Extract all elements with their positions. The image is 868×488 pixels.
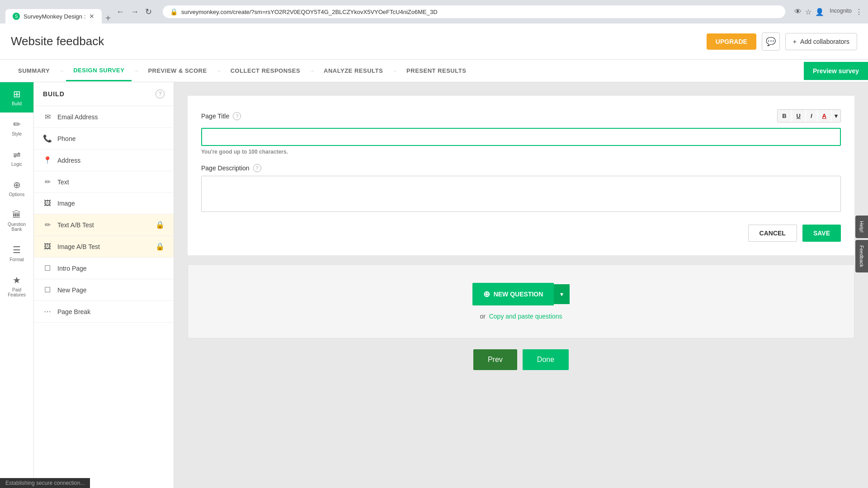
tab-title: SurveyMonkey Design : (24, 13, 85, 20)
preview-survey-button[interactable]: Preview survey (804, 62, 868, 80)
status-bar: Establishing secure connection... (0, 478, 90, 488)
build-item-email[interactable]: ✉ Email Address (34, 106, 174, 128)
tab-favicon: S (13, 13, 20, 20)
upgrade-button[interactable]: UPGRADE (707, 33, 756, 50)
nav-arrow-1: → (59, 68, 64, 74)
build-panel: BUILD ? ✉ Email Address 📞 Phone 📍 Addres… (34, 82, 174, 488)
forward-button[interactable]: → (129, 5, 141, 19)
formatting-toolbar: B U I A ▾ (777, 109, 841, 122)
address-bar[interactable]: 🔒 surveymonkey.com/create/?sm=rsYO2R2V0E… (163, 5, 785, 18)
add-collaborators-button[interactable]: + Add collaborators (785, 33, 857, 50)
prev-button[interactable]: Prev (473, 349, 517, 370)
build-item-text[interactable]: ✏ Text (34, 171, 174, 193)
text-icon: ✏ (43, 178, 52, 186)
incognito-label: Incognito (830, 8, 852, 16)
new-tab-button[interactable]: + (105, 13, 111, 23)
sidebar-item-style[interactable]: ✏ Style (0, 113, 33, 143)
tab-close-button[interactable]: ✕ (89, 13, 94, 20)
build-header: BUILD ? (34, 82, 174, 106)
page-title-help-icon[interactable]: ? (233, 112, 241, 120)
build-title: BUILD (43, 90, 65, 98)
build-item-intro-page[interactable]: ☐ Intro Page (34, 258, 174, 279)
status-text: Establishing secure connection... (5, 480, 85, 486)
image-ab-icon: 🖼 (43, 243, 52, 251)
build-item-image[interactable]: 🖼 Image (34, 193, 174, 214)
new-question-button[interactable]: ⊕ NEW QUESTION (472, 283, 554, 305)
page-break-icon: ⋯ (43, 307, 52, 316)
nav-arrow-3: → (216, 68, 222, 74)
sidebar-item-logic[interactable]: ⇌ Logic (0, 143, 33, 173)
page-desc-help-icon[interactable]: ? (253, 164, 261, 172)
char-limit-hint: You're good up to 100 characters. (201, 149, 841, 155)
build-item-text-ab[interactable]: ✏ Text A/B Test 🔒 (34, 214, 174, 236)
nav-arrow-4: → (309, 68, 315, 74)
phone-icon: 📞 (43, 134, 52, 143)
tab-analyze-results[interactable]: ANALYZE RESULTS (316, 61, 390, 80)
sidebar-item-format[interactable]: ☰ Format (0, 238, 33, 268)
tab-summary[interactable]: SUMMARY (11, 61, 57, 80)
sidebar-item-question-bank[interactable]: 🏛 Question Bank (0, 203, 33, 238)
sidebar: ⊞ Build ✏ Style ⇌ Logic ⊕ Options 🏛 Ques… (0, 82, 34, 488)
page-desc-label: Page Description (201, 164, 250, 172)
help-tab[interactable]: Help! (855, 216, 868, 238)
email-icon: ✉ (43, 113, 52, 121)
cancel-button[interactable]: CANCEL (748, 225, 797, 242)
build-item-page-break[interactable]: ⋯ Page Break (34, 301, 174, 323)
image-icon: 🖼 (43, 199, 52, 207)
page-title-input[interactable] (201, 128, 841, 146)
back-button[interactable]: ← (114, 5, 126, 19)
sidebar-item-paid-features[interactable]: ★ Paid Features (0, 268, 33, 304)
options-icon: ⊕ (13, 179, 21, 190)
done-button[interactable]: Done (523, 349, 569, 370)
logic-icon: ⇌ (13, 149, 21, 160)
build-item-phone[interactable]: 📞 Phone (34, 128, 174, 150)
browser-actions: 👁 ☆ 👤 Incognito ⋮ (794, 8, 863, 16)
extensions-button[interactable]: 👁 (794, 8, 802, 16)
page-title-header: Page Title ? B U I A ▾ (201, 109, 841, 122)
build-item-image-ab[interactable]: 🖼 Image A/B Test 🔒 (34, 236, 174, 258)
text-ab-icon: ✏ (43, 221, 52, 229)
tab-collect-responses[interactable]: COLLECT RESPONSES (223, 61, 307, 80)
copy-paste-section: or Copy and paste questions (202, 313, 840, 320)
color-dropdown-button[interactable]: ▾ (832, 110, 840, 122)
nav-tabs: SUMMARY → DESIGN SURVEY → PREVIEW & SCOR… (0, 60, 868, 82)
question-bank-icon: 🏛 (12, 210, 21, 220)
tab-preview-score[interactable]: PREVIEW & SCORE (141, 61, 214, 80)
comments-button[interactable]: 💬 (762, 33, 780, 51)
new-question-area: ⊕ NEW QUESTION ▾ or Copy and paste quest… (188, 264, 854, 338)
browser-tab-active[interactable]: S SurveyMonkey Design : ✕ (5, 9, 102, 23)
browser-tabs: S SurveyMonkey Design : ✕ + (5, 0, 111, 23)
copy-paste-link[interactable]: Copy and paste questions (489, 313, 562, 320)
lock-icon: 🔒 (170, 8, 178, 15)
bookmark-button[interactable]: ☆ (805, 8, 811, 16)
page-editor-actions: CANCEL SAVE (201, 225, 841, 242)
build-help-icon[interactable]: ? (156, 89, 165, 99)
style-icon: ✏ (13, 119, 21, 130)
url-text: surveymonkey.com/create/?sm=rsYO2R2V0EQO… (181, 9, 778, 15)
sidebar-item-build[interactable]: ⊞ Build (0, 82, 33, 113)
new-question-dropdown-button[interactable]: ▾ (554, 284, 570, 304)
bold-button[interactable]: B (778, 110, 791, 122)
feedback-tab[interactable]: Feedback (855, 240, 868, 272)
menu-button[interactable]: ⋮ (855, 8, 863, 16)
refresh-button[interactable]: ↻ (143, 5, 154, 19)
sidebar-item-options[interactable]: ⊕ Options (0, 173, 33, 203)
page-editor-card: Page Title ? B U I A ▾ You're good up to… (188, 96, 854, 255)
italic-button[interactable]: I (806, 110, 817, 122)
color-button[interactable]: A (818, 110, 831, 122)
tab-present-results[interactable]: PRESENT RESULTS (399, 61, 473, 80)
page-description-section: Page Description ? (201, 164, 841, 214)
build-item-address[interactable]: 📍 Address (34, 150, 174, 171)
build-icon: ⊞ (13, 89, 21, 99)
new-question-btn-group: ⊕ NEW QUESTION ▾ (472, 283, 570, 305)
content-area: Page Title ? B U I A ▾ You're good up to… (174, 82, 868, 488)
build-item-new-page[interactable]: ☐ New Page (34, 279, 174, 301)
underline-button[interactable]: U (792, 110, 805, 122)
save-button[interactable]: SAVE (802, 225, 841, 242)
tab-design-survey[interactable]: DESIGN SURVEY (66, 61, 132, 81)
address-icon: 📍 (43, 156, 52, 164)
profile-button[interactable]: 👤 (815, 8, 824, 16)
nav-arrow-5: → (392, 68, 397, 74)
page-description-input[interactable] (201, 176, 841, 212)
paid-features-icon: ★ (13, 275, 21, 286)
